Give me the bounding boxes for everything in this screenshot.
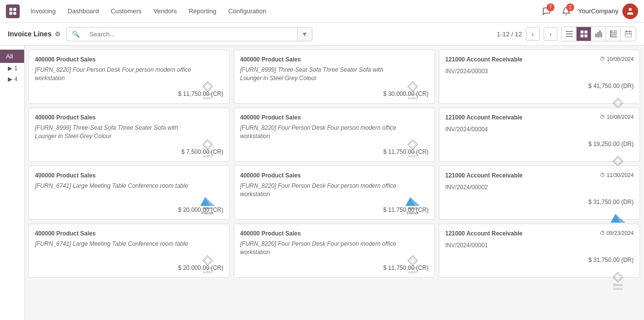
settings-gear-icon[interactable]: ⚙ [55,30,61,38]
svg-rect-1 [13,8,16,11]
kanban-card[interactable]: 400000 Product Sales [FURN_8220] Four Pe… [234,224,435,278]
svg-rect-5 [566,31,573,32]
kanban-card[interactable]: 400000 Product Sales [FURN_8220] Four Pe… [234,166,435,220]
pivot-view-button[interactable] [606,27,621,41]
svg-rect-25 [625,33,632,34]
sidebar-filter-4[interactable]: ▶ 4 [0,74,24,85]
svg-rect-20 [614,30,617,31]
deco-logo: DecoAddict [202,81,213,100]
card-invoice: INV/2024/00002 [445,184,634,191]
messages-button[interactable]: 1 [558,3,574,19]
nav-invoicing[interactable]: Invoicing [26,5,61,17]
card-title: 400000 Product Sales [35,56,223,63]
svg-rect-14 [599,30,601,37]
search-bar: 🔍 ▼ [66,27,312,41]
search-dropdown-button[interactable]: ▼ [297,28,312,41]
deco-logo: DecoAddict [613,272,623,291]
main-layout: All ▶ 1 ▶ 4 400000 Product Sales [FURN_8… [0,46,644,320]
svg-rect-2 [9,12,12,15]
azure-logo: azureInterior [200,197,215,215]
card-amount: $ 20,000.00 (CR) [35,206,223,213]
top-navigation: Invoicing Dashboard Customers Vendors Re… [0,0,644,23]
svg-rect-10 [581,34,583,37]
pagination-next-button[interactable]: › [544,27,557,41]
card-amount: $ 41,750.00 (DR) [445,83,634,89]
deco-logo-text: Deco [203,266,213,270]
azure-logo: azureInterior [405,197,420,215]
kanban-card[interactable]: 400000 Product Sales [FURN_8999] Three-S… [29,108,230,162]
card-desc: [FURN_8999] Three-Seat Sofa Three Seater… [35,124,223,141]
card-invoice: INV/2024/00003 [445,68,634,75]
card-date: ⏱ 09/23/2024 [600,230,634,236]
card-header: 121000 Account Receivable ⏱ 10/08/2024 [445,56,634,66]
app-logo[interactable] [6,4,20,18]
user-avatar[interactable] [622,3,638,19]
pagination-text: 1-12 / 12 [497,30,522,38]
card-amount: $ 11,750.00 (CR) [240,148,429,155]
card-desc: [FURN_8220] Four Person Desk Four person… [240,124,429,141]
kanban-card[interactable]: 121000 Account Receivable ⏱ 11/30/2024 I… [439,166,640,220]
card-logo: DecoAddict [608,271,628,291]
kanban-view-button[interactable] [577,27,591,41]
messages-badge: 1 [566,3,574,11]
kanban-card[interactable]: 400000 Product Sales [FURN_8220] Four Pe… [29,50,230,104]
sidebar-filter-all[interactable]: All [0,50,24,63]
card-date: ⏱ 11/30/2024 [600,172,634,178]
svg-rect-17 [610,32,617,33]
nav-dashboard[interactable]: Dashboard [62,5,104,17]
svg-rect-12 [595,33,597,37]
nav-configuration[interactable]: Configuration [223,5,271,17]
card-amount: $ 31,750.00 (DR) [445,257,634,263]
card-title: 400000 Product Sales [240,172,429,179]
clock-icon: ⏱ [600,172,605,178]
card-invoice: INV/2024/00001 [445,242,634,249]
view-toggle-group [561,27,636,41]
nav-vendors[interactable]: Vendors [149,5,182,17]
sidebar-chevron-4: ▶ [8,76,12,83]
card-header: 121000 Account Receivable ⏱ 09/23/2024 [445,230,634,240]
list-view-button[interactable] [562,27,577,41]
svg-rect-7 [566,36,573,37]
search-icon: 🔍 [67,28,85,41]
kanban-card[interactable]: 121000 Account Receivable ⏱ 10/08/2024 I… [439,108,640,162]
card-amount: $ 11,750.00 (CR) [240,264,429,271]
kanban-card[interactable]: 121000 Account Receivable ⏱ 09/23/2024 I… [439,224,640,278]
svg-rect-6 [566,33,573,34]
card-desc: [FURN_8220] Four Person Desk Four person… [240,240,429,257]
sidebar-filter-1[interactable]: ▶ 1 [0,63,24,74]
azure-logo-text: azureInterior [407,206,419,215]
card-date: ⏱ 10/08/2024 [600,56,634,62]
card-account-title: 121000 Account Receivable [445,56,522,63]
card-desc: [FURN_8220] Four Person Desk Four person… [35,66,223,83]
kanban-card[interactable]: 400000 Product Sales [FURN_8220] Four Pe… [234,108,435,162]
sidebar-chevron-1: ▶ [8,65,12,72]
kanban-card[interactable]: 121000 Account Receivable ⏱ 10/08/2024 I… [439,50,640,104]
deco-logo: DecoAddict [202,255,213,274]
clock-icon: ⏱ [600,230,605,236]
nav-reporting[interactable]: Reporting [184,5,221,17]
card-logo: DecoAddict [403,255,423,274]
search-input[interactable] [85,28,297,41]
svg-rect-21 [610,30,611,37]
notifications-button[interactable]: 7 [539,3,554,19]
nav-right-area: 7 1 YourCompany [539,3,638,19]
kanban-card[interactable]: 400000 Product Sales [FURN_8999] Three-S… [234,50,435,104]
kanban-card[interactable]: 400000 Product Sales [FURN_6741] Large M… [29,224,230,278]
svg-rect-9 [584,30,587,33]
card-account-title: 121000 Account Receivable [445,230,522,237]
company-name[interactable]: YourCompany [578,7,618,15]
kanban-card[interactable]: 400000 Product Sales [FURN_6741] Large M… [29,166,230,220]
calendar-view-button[interactable] [621,27,636,41]
card-header: 121000 Account Receivable ⏱ 11/30/2024 [445,172,634,182]
nav-customers[interactable]: Customers [106,5,147,17]
card-amount: $ 11,750.00 (CR) [240,206,429,213]
card-date: ⏱ 10/08/2024 [600,114,634,120]
deco-logo: DecoAddict [407,255,418,274]
deco-logo: DecoAddict [202,139,213,158]
card-logo: azureInterior [403,197,423,216]
pagination-prev-button[interactable]: ‹ [526,27,540,41]
card-logo: DecoAddict [198,139,217,158]
svg-rect-18 [610,34,617,35]
graph-view-button[interactable] [591,27,606,41]
card-title: 400000 Product Sales [240,56,429,63]
